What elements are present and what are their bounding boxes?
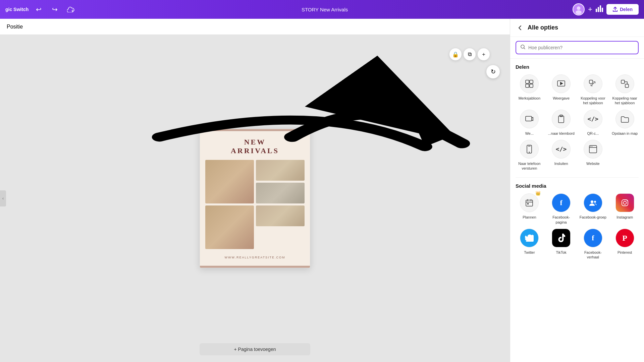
koppeling-naar-label: Koppeling naar het sjabloon xyxy=(611,96,639,106)
svg-point-30 xyxy=(591,200,593,203)
option-pinterest[interactable]: P Pinterest xyxy=(611,229,639,260)
svg-rect-11 xyxy=(530,80,533,83)
facebook-pagina-icon: f xyxy=(552,193,571,212)
section-divider xyxy=(516,177,639,178)
refresh-button[interactable]: ↻ xyxy=(486,65,500,78)
svg-rect-16 xyxy=(589,80,593,83)
svg-rect-4 xyxy=(598,7,599,12)
option-weergave[interactable]: Weergave xyxy=(547,74,575,106)
panel-body: Delen Merksjabloon xyxy=(510,59,644,362)
delen-section: Delen Merksjabloon xyxy=(516,64,639,171)
svg-rect-29 xyxy=(527,203,529,204)
tiktok-icon xyxy=(552,229,571,247)
opslaan-map-label: Opslaan in map xyxy=(612,131,638,136)
doc-title: STORY New Arrivals xyxy=(302,7,348,12)
twitter-label: Twitter xyxy=(524,250,535,255)
svg-point-2 xyxy=(576,10,582,14)
option-merksjabloon[interactable]: Merksjabloon xyxy=(516,74,543,106)
design-card: NEW ARRIVALS WWW.REALLYGREATSITE.COM xyxy=(200,129,310,268)
design-images-grid xyxy=(205,160,305,249)
brand-label: gic Switch xyxy=(5,7,29,12)
design-image-3 xyxy=(256,183,305,203)
option-facebook-groep[interactable]: Facebook-groep xyxy=(579,193,607,225)
option-facebook-pagina[interactable]: f Facebook-pagina xyxy=(547,193,575,225)
pinterest-label: Pinterest xyxy=(618,250,632,255)
lock-button[interactable]: 🔒 xyxy=(449,48,462,60)
weergave-label: Weergave xyxy=(553,96,570,101)
svg-point-1 xyxy=(577,6,581,10)
website-icon xyxy=(584,140,602,159)
klembord-icon xyxy=(552,110,571,128)
panel-title: Alle opties xyxy=(528,24,558,31)
watch-icon xyxy=(520,110,539,128)
svg-rect-13 xyxy=(530,84,533,87)
svg-marker-15 xyxy=(560,82,563,85)
option-qr-code[interactable]: </> QR-c... xyxy=(579,110,607,136)
header-center: STORY New Arrivals xyxy=(81,7,569,12)
svg-rect-5 xyxy=(600,5,601,12)
panel-header: Alle opties xyxy=(510,19,644,37)
option-opslaan-map[interactable]: Opslaan in map xyxy=(611,110,639,136)
svg-rect-3 xyxy=(596,9,597,12)
canvas-area: Positie ‹ 🔒 ⧉ ＋ ↻ NEW ARRIVALS xyxy=(0,19,510,362)
search-input[interactable] xyxy=(528,45,634,50)
option-facebook-verhaal[interactable]: f Facebook-verhaal xyxy=(579,229,607,260)
pinterest-icon: P xyxy=(615,229,634,247)
option-insluiten[interactable]: </> Insluiten xyxy=(547,140,575,171)
add-page-button[interactable]: + Pagina toevoegen xyxy=(200,343,310,355)
svg-point-34 xyxy=(627,200,627,201)
merksjabloon-icon xyxy=(520,74,539,93)
svg-point-33 xyxy=(623,201,626,204)
option-koppeling-naar[interactable]: Koppeling naar het sjabloon xyxy=(611,74,639,106)
add-button[interactable]: + xyxy=(588,5,592,14)
avatar[interactable] xyxy=(573,3,585,15)
facebook-verhaal-label: Facebook-verhaal xyxy=(579,250,607,260)
svg-rect-18 xyxy=(625,84,629,87)
option-instagram[interactable]: Instagram xyxy=(611,193,639,225)
svg-rect-6 xyxy=(602,8,603,12)
option-watch[interactable]: We... xyxy=(516,110,543,136)
option-telefoon[interactable]: Naar telefoon versturen xyxy=(516,140,543,171)
twitter-icon xyxy=(520,229,539,247)
collapse-sidebar-button[interactable]: ‹ xyxy=(0,190,6,206)
design-image-4 xyxy=(205,205,254,249)
analytics-button[interactable] xyxy=(596,5,603,14)
option-twitter[interactable]: Twitter xyxy=(516,229,543,260)
search-box xyxy=(516,41,639,54)
undo-button[interactable]: ↩ xyxy=(33,3,45,15)
card-bottom-bar xyxy=(200,266,310,268)
option-plannen[interactable]: 👑 Plannen xyxy=(516,193,543,225)
social-media-title: Social media xyxy=(516,183,639,189)
instagram-icon xyxy=(615,193,634,212)
design-title: NEW ARRIVALS xyxy=(231,138,279,156)
svg-rect-20 xyxy=(558,116,564,123)
redo-button[interactable]: ↪ xyxy=(49,3,61,15)
insluiten-icon: </> xyxy=(552,140,571,159)
duplicate-button[interactable]: ⧉ xyxy=(464,48,476,60)
klembord-label: ...naar klembord xyxy=(548,131,574,136)
back-button[interactable] xyxy=(517,24,524,31)
svg-point-23 xyxy=(529,152,530,153)
header-left: gic Switch ↩ ↪ xyxy=(5,3,77,15)
option-tiktok[interactable]: TikTok xyxy=(547,229,575,260)
cloud-save-button[interactable] xyxy=(65,3,77,15)
option-klembord[interactable]: ...naar klembord xyxy=(547,110,575,136)
design-image-1 xyxy=(205,160,254,203)
option-website[interactable]: Website xyxy=(579,140,607,171)
search-icon xyxy=(520,44,526,51)
svg-rect-19 xyxy=(526,116,532,121)
canvas-content[interactable]: ‹ 🔒 ⧉ ＋ ↻ NEW ARRIVALS xyxy=(0,35,510,362)
panel-search xyxy=(510,37,644,59)
facebook-groep-label: Facebook-groep xyxy=(580,215,606,220)
koppeling-naar-icon xyxy=(615,74,634,93)
add-page-icon-button[interactable]: ＋ xyxy=(478,48,490,60)
float-toolbar: 🔒 ⧉ ＋ xyxy=(449,48,490,60)
svg-rect-28 xyxy=(526,200,533,206)
option-koppeling-voor[interactable]: Koppeling voor het sjabloon xyxy=(579,74,607,106)
share-button[interactable]: Delen xyxy=(606,4,639,15)
design-image-5 xyxy=(256,205,305,226)
svg-rect-17 xyxy=(621,80,625,83)
telefoon-icon xyxy=(520,140,539,159)
watch-label: We... xyxy=(525,131,534,136)
koppeling-voor-icon xyxy=(584,74,602,93)
